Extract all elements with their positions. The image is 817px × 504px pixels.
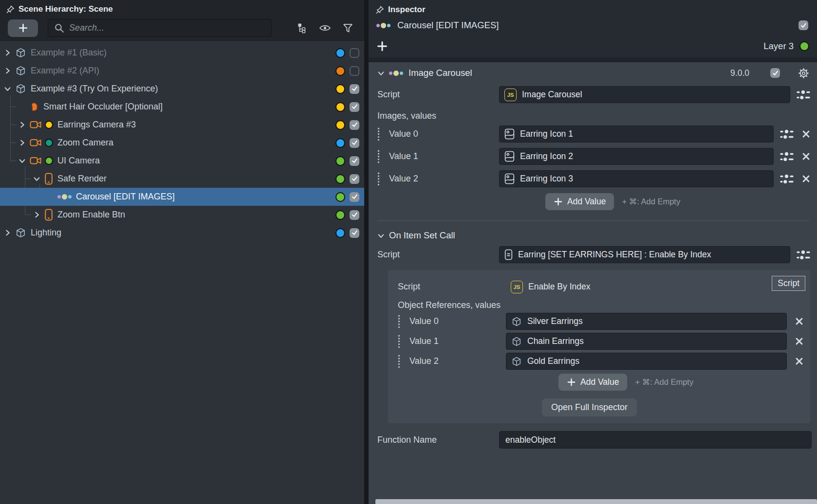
drag-handle-icon[interactable]: [377, 150, 382, 163]
add-empty-hint: + ⌘: Add Empty: [635, 378, 693, 387]
expand-chevron-right-icon[interactable]: [4, 49, 11, 56]
collapse-chevron-down-icon[interactable]: [377, 232, 385, 239]
tree-row-earrings-camera-3[interactable]: Earrings Camera #3: [0, 116, 364, 134]
object-ref-field[interactable]: Gold Earrings: [506, 353, 787, 370]
camera-icon: [30, 120, 41, 129]
tree-row-safe-render[interactable]: Safe Render: [0, 170, 364, 188]
filter-button[interactable]: [342, 22, 353, 34]
image-value-text: Earring Icon 2: [520, 151, 573, 162]
drag-handle-icon[interactable]: [398, 315, 403, 328]
remove-value-icon[interactable]: [795, 337, 803, 345]
camera-tag-dot: [45, 121, 53, 129]
tree-row-lighting[interactable]: Lighting: [0, 224, 364, 242]
open-full-inspector-button[interactable]: Open Full Inspector: [542, 398, 637, 416]
enable-checkbox[interactable]: [350, 48, 359, 58]
expand-chevron-right-icon[interactable]: [4, 67, 11, 74]
enable-checkbox[interactable]: [350, 120, 359, 130]
remove-value-icon[interactable]: [795, 317, 803, 325]
function-name-label: Function Name: [377, 435, 499, 445]
tree-row-example-2[interactable]: Example #2 (API): [0, 62, 364, 80]
remove-value-icon[interactable]: [802, 130, 810, 138]
remove-value-icon[interactable]: [802, 175, 810, 183]
add-object-button[interactable]: [8, 19, 38, 37]
remove-value-icon[interactable]: [795, 357, 803, 365]
add-value-button[interactable]: Add Value: [545, 193, 614, 210]
tree-row-label: Zoom Camera: [57, 138, 113, 148]
expand-chevron-right-icon[interactable]: [33, 211, 40, 218]
function-name-row: Function Name: [377, 431, 812, 449]
object-picker-icon[interactable]: [780, 129, 794, 139]
drag-handle-icon[interactable]: [377, 172, 382, 186]
object-ref-text: Silver Earrings: [527, 316, 583, 326]
toolbar-icons: [297, 22, 356, 34]
enable-checkbox[interactable]: [350, 156, 359, 166]
tree-view-button[interactable]: [297, 22, 308, 34]
remove-value-icon[interactable]: [802, 152, 810, 161]
gear-icon[interactable]: [797, 67, 810, 80]
drag-handle-icon[interactable]: [377, 127, 382, 141]
object-ref-field[interactable]: Silver Earrings: [506, 313, 787, 330]
tree-row-zoom-enable-btn[interactable]: Zoom Enable Btn: [0, 206, 364, 224]
layer-selector[interactable]: Layer 3: [763, 41, 809, 52]
callback-script-field[interactable]: Earring [SET EARRINGS HERE] : Enable By …: [499, 246, 790, 263]
plus-icon: [567, 378, 576, 387]
layer-color-dot: [335, 48, 345, 58]
expand-chevron-right-icon[interactable]: [19, 139, 26, 146]
function-name-input[interactable]: [499, 431, 812, 449]
object-picker-icon[interactable]: [797, 250, 810, 260]
tree-row-ui-camera[interactable]: UI Camera: [0, 152, 364, 170]
scene-hierarchy-toolbar: [0, 18, 364, 41]
plus-icon: [554, 197, 563, 206]
object-enable-checkbox[interactable]: [798, 20, 808, 30]
inspector-panel: Inspector Carousel [EDIT IMAGES] Layer 3…: [369, 0, 817, 504]
tree-row-example-3[interactable]: Example #3 (Try On Experience): [0, 80, 364, 98]
expand-chevron-right-icon[interactable]: [19, 121, 26, 128]
tree-row-smart-hair-occluder[interactable]: Smart Hair Occluder [Optional]: [0, 98, 364, 116]
pin-icon: [375, 5, 384, 15]
object-ref-field[interactable]: Chain Earrings: [506, 333, 787, 350]
nested-script-field[interactable]: JS Enable By Index: [506, 278, 803, 295]
scene-object-cube-icon: [511, 316, 522, 327]
enable-checkbox[interactable]: [350, 66, 359, 76]
enable-checkbox[interactable]: [350, 228, 359, 238]
script-type-badge[interactable]: Script: [772, 276, 805, 291]
image-value-field[interactable]: Earring Icon 2: [499, 148, 774, 165]
object-picker-icon[interactable]: [780, 152, 794, 162]
tree-row-label: Example #3 (Try On Experience): [31, 84, 158, 94]
image-value-field[interactable]: Earring Icon 3: [499, 170, 774, 187]
head-occluder-icon: [30, 102, 39, 111]
carousel-icon: [376, 23, 390, 28]
panel-divider[interactable]: [364, 0, 369, 504]
collapse-chevron-down-icon[interactable]: [19, 157, 26, 164]
add-value-button[interactable]: Add Value: [558, 374, 627, 391]
tree-row-example-1[interactable]: Example #1 (Basic): [0, 44, 364, 62]
object-picker-icon[interactable]: [780, 174, 794, 184]
callback-script-row: Script Earring [SET EARRINGS HERE] : Ena…: [377, 246, 810, 263]
drag-handle-icon[interactable]: [398, 355, 403, 368]
search-input[interactable]: [69, 23, 265, 33]
callback-script-value: Earring [SET EARRINGS HERE] : Enable By …: [518, 250, 711, 260]
component-enable-checkbox[interactable]: [770, 68, 780, 78]
drag-handle-icon[interactable]: [398, 335, 403, 348]
image-value-field[interactable]: Earring Icon 1: [499, 126, 774, 143]
script-field[interactable]: JS Image Carousel: [499, 86, 790, 103]
collapse-chevron-down-icon[interactable]: [4, 85, 11, 92]
script-doc-icon: [504, 249, 513, 260]
section-gap: [369, 57, 817, 62]
collapse-chevron-down-icon[interactable]: [33, 175, 40, 182]
collapse-chevron-down-icon[interactable]: [377, 70, 385, 77]
add-component-button[interactable]: [376, 40, 388, 52]
enable-checkbox[interactable]: [350, 174, 359, 184]
enable-checkbox[interactable]: [350, 138, 359, 148]
enable-checkbox[interactable]: [350, 192, 359, 202]
enable-checkbox[interactable]: [350, 210, 359, 220]
object-picker-icon[interactable]: [797, 90, 810, 100]
expand-chevron-right-icon[interactable]: [4, 229, 11, 236]
layer-label: Layer 3: [763, 41, 794, 52]
visibility-button[interactable]: [319, 22, 331, 34]
enable-checkbox[interactable]: [350, 84, 359, 94]
enable-checkbox[interactable]: [350, 102, 359, 112]
tree-row-zoom-camera[interactable]: Zoom Camera: [0, 134, 364, 152]
value-label: Value 1: [389, 151, 499, 162]
tree-row-carousel[interactable]: Carousel [EDIT IMAGES]: [0, 188, 364, 206]
